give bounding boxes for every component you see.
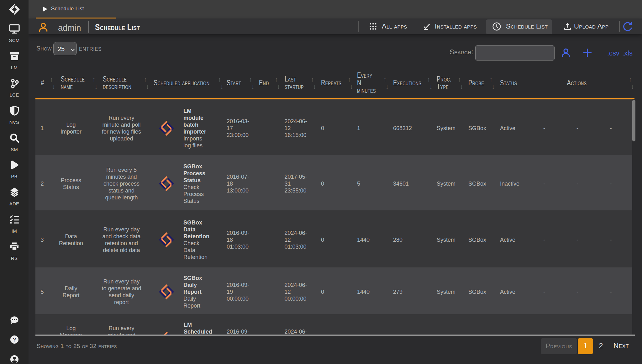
svg-text:?: ?	[13, 337, 16, 343]
